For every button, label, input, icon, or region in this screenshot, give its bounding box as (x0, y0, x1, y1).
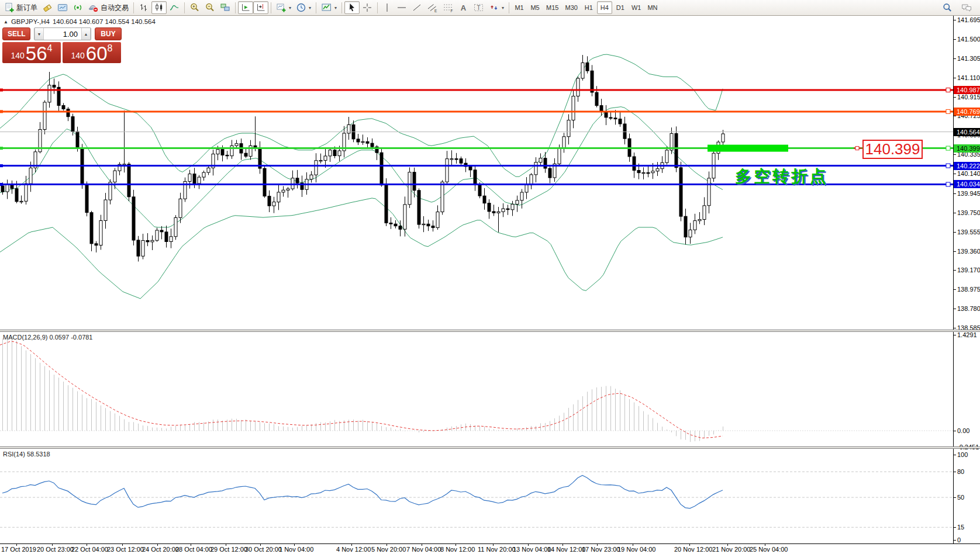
price-axis-tick-label: 141.305 (957, 55, 980, 62)
volume-decrease-button[interactable]: ▼ (34, 28, 44, 40)
one-click-trading-panel: SELL ▼ ▲ BUY 140 56 4 140 60 8 (2, 27, 122, 63)
indicators-button[interactable]: ▾ (319, 1, 339, 14)
timeframe-group: M1M5M15M30H1H4D1W1MN (512, 1, 660, 14)
vertical-line-icon (382, 2, 392, 13)
time-axis[interactable]: 17 Oct 201920 Oct 23:0022 Oct 04:0023 Oc… (0, 543, 980, 554)
buy-price-big: 60 (86, 46, 108, 61)
new-chart-button[interactable]: ▾ (274, 1, 294, 14)
price-axis-tick-mark (954, 328, 956, 328)
price-level-badge: 140.769 (954, 108, 980, 116)
toolbar-separator (377, 2, 378, 13)
volume-increase-button[interactable]: ▲ (81, 28, 91, 40)
rsi-axis-tick-mark (954, 527, 956, 528)
timeframe-m15-button[interactable]: M15 (543, 1, 561, 14)
price-tag-label[interactable]: 140.399 (862, 140, 923, 159)
volume-input[interactable] (44, 28, 81, 40)
zoom-out-icon (205, 2, 215, 13)
price-axis-tick-mark (954, 154, 956, 155)
auto-scroll-button[interactable] (238, 1, 253, 14)
price-axis-tick-label: 141.110 (957, 74, 980, 81)
price-axis-tick-label: 139.945 (957, 190, 980, 197)
periods-button[interactable]: ▾ (294, 1, 313, 14)
vertical-line-tool-button[interactable] (380, 1, 394, 14)
arrows-tool-button[interactable]: ▾ (486, 1, 506, 14)
symbol-title: GBPJPY-,H4 (11, 18, 50, 25)
eraser-icon (42, 2, 53, 13)
trendline-tool-button[interactable] (409, 1, 425, 14)
timeframe-m5-button[interactable]: M5 (527, 1, 543, 14)
window-splitter[interactable] (0, 446, 980, 449)
window-splitter[interactable] (0, 330, 980, 332)
buy-price-button[interactable]: 140 60 8 (63, 42, 121, 63)
svg-text:T: T (477, 5, 480, 11)
rsi-panel[interactable] (0, 449, 953, 543)
chat-button[interactable] (958, 1, 975, 14)
tile-windows-button[interactable] (218, 1, 233, 14)
chart-collapse-arrow[interactable]: ▲ (4, 19, 8, 25)
zoom-out-button[interactable] (202, 1, 218, 14)
price-level-badge: 140.987 (954, 86, 980, 94)
price-axis-tick-label: 140.915 (957, 94, 980, 101)
timeframe-h4-button[interactable]: H4 (597, 1, 612, 14)
timeframe-m30-button[interactable]: M30 (562, 1, 580, 14)
chart-window-button[interactable] (55, 1, 70, 14)
rsi-axis-tick-label: 80 (957, 468, 964, 475)
cursor-tool-button[interactable] (344, 1, 360, 14)
macd-axis-tick-mark (954, 335, 956, 335)
buy-button[interactable]: BUY (95, 27, 122, 40)
toolbar-separator (184, 2, 185, 13)
time-axis-label: 5 Nov 20:00 (371, 546, 406, 553)
sell-price-button[interactable]: 140 56 4 (2, 42, 61, 63)
time-axis-label: 19 Nov 04:00 (617, 546, 655, 553)
time-axis-label: 20 Nov 12:00 (674, 546, 712, 553)
price-axis-tick-mark (954, 116, 956, 116)
rsi-axis-tick-label: 15 (957, 524, 964, 531)
line-chart-type-button[interactable] (167, 1, 182, 14)
autotrading-button[interactable]: 自动交易 (85, 1, 131, 14)
crosshair-tool-button[interactable] (360, 1, 375, 14)
crosshair-icon (362, 2, 372, 13)
chart-window-icon (57, 2, 68, 13)
rsi-axis-tick-label: 0 (957, 536, 961, 543)
search-button[interactable] (940, 1, 955, 14)
timeframe-h1-button[interactable]: H1 (581, 1, 596, 14)
one-click-price-tiles: 140 56 4 140 60 8 (2, 42, 122, 63)
timeframe-mn-button[interactable]: MN (644, 1, 660, 14)
time-axis-label: 28 Oct 04:00 (175, 546, 212, 553)
text-label-icon: T (473, 2, 484, 13)
macd-axis-tick-mark (954, 431, 956, 431)
text-tool-icon: A (458, 2, 468, 13)
chart-shift-button[interactable] (253, 1, 268, 14)
candlestick-type-button[interactable] (151, 1, 167, 14)
fibonacci-icon: F (443, 2, 454, 13)
auto-scroll-icon (240, 2, 251, 13)
price-axis[interactable]: 141.695141.500141.305141.110140.915140.7… (953, 16, 980, 543)
timeframe-d1-button[interactable]: D1 (613, 1, 628, 14)
chevron-down-icon: ▾ (334, 5, 337, 11)
fibonacci-tool-button[interactable]: F (440, 1, 456, 14)
timeframe-w1-button[interactable]: W1 (629, 1, 644, 14)
new-order-button[interactable]: 新订单 (2, 1, 40, 14)
equidistant-channel-tool-button[interactable]: E (425, 1, 440, 14)
price-level-badge: 140.034 (954, 180, 980, 188)
price-axis-tick-mark (954, 78, 956, 78)
autotrading-icon (88, 2, 99, 13)
eraser-button[interactable] (40, 1, 55, 14)
time-axis-label: 4 Nov 12:00 (336, 546, 371, 553)
time-axis-label: 20 Oct 23:00 (37, 546, 74, 553)
sell-button[interactable]: SELL (2, 27, 30, 40)
zoom-in-button[interactable] (187, 1, 202, 14)
macd-axis-tick-label: 0.00 (957, 427, 969, 434)
trendline-icon (412, 2, 422, 13)
signals-button[interactable] (70, 1, 85, 14)
bar-chart-type-button[interactable] (136, 1, 151, 14)
turning-point-annotation[interactable]: 多空转折点 (735, 165, 829, 188)
horizontal-line-tool-button[interactable] (394, 1, 409, 14)
price-axis-tick-mark (954, 20, 956, 20)
time-axis-label: 30 Oct 20:00 (245, 546, 282, 553)
text-label-tool-button[interactable]: T (471, 1, 486, 14)
price-level-badge: 140.222 (954, 162, 980, 170)
text-tool-button[interactable]: A (456, 1, 471, 14)
timeframe-m1-button[interactable]: M1 (512, 1, 527, 14)
macd-panel[interactable] (0, 332, 953, 446)
